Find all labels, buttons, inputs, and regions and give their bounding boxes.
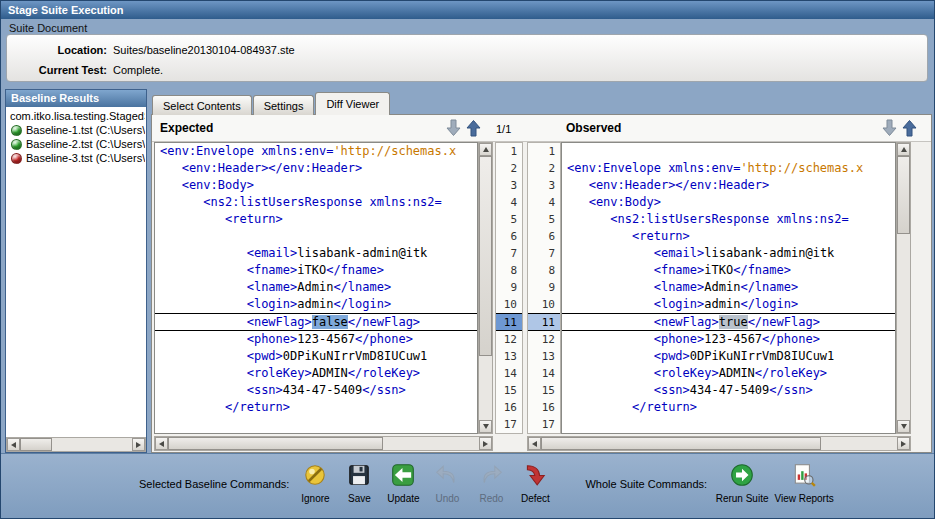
code-line: <phone>123-4567</phone> [562, 331, 895, 348]
redo-button: Redo [469, 462, 513, 504]
current-test-value: Complete. [113, 64, 163, 76]
next-diff-down-arrow-icon[interactable] [882, 119, 898, 138]
scrollbar-track[interactable] [20, 438, 132, 451]
toolbar-button-label: Rerun Suite [716, 493, 769, 504]
tab-bar: Select Contents Settings Diff Viewer [152, 92, 391, 115]
defect-button[interactable]: Defect [513, 462, 557, 504]
observed-line-number-gutter: 1234567891011121314151617 [527, 142, 561, 434]
observed-title: Observed [566, 121, 621, 135]
scroll-left-button[interactable] [155, 437, 168, 450]
scroll-up-button[interactable] [479, 143, 492, 156]
left-triangle-icon [532, 441, 537, 447]
save-button[interactable]: Save [337, 462, 381, 504]
baseline-class-name: com.itko.lisa.testing.StagedS [7, 109, 145, 123]
scrollbar-thumb[interactable] [541, 437, 821, 450]
line-number: 3 [496, 177, 522, 194]
right-triangle-icon [483, 441, 488, 447]
expected-vertical-scrollbar[interactable] [478, 142, 493, 434]
line-number: 4 [496, 194, 522, 211]
scroll-down-button[interactable] [897, 420, 910, 433]
line-number: 11 [496, 313, 522, 330]
baseline-horizontal-scrollbar[interactable] [6, 437, 146, 452]
tab-diff-viewer[interactable]: Diff Viewer [315, 92, 390, 115]
baseline-item-label: Baseline-2.tst (C:\Users\ [26, 137, 145, 151]
right-triangle-icon [136, 442, 141, 448]
update-button[interactable]: Update [381, 462, 425, 504]
view-reports-button[interactable]: View Reports [773, 462, 835, 504]
code-line: <lname>Admin</lname> [562, 279, 895, 296]
line-number: 7 [496, 245, 522, 262]
redo-icon [478, 462, 504, 488]
code-line: <env:Header></env:Header> [155, 160, 477, 177]
scrollbar-thumb[interactable] [168, 437, 383, 450]
scrollbar-track[interactable] [897, 156, 910, 420]
scroll-right-button[interactable] [897, 437, 910, 450]
baseline-item[interactable]: Baseline-1.tst (C:\Users\ [7, 123, 145, 137]
line-number: 13 [528, 348, 560, 365]
line-number: 4 [528, 194, 560, 211]
suite-document-panel: Location: Suites/baseline20130104-084937… [6, 34, 928, 82]
line-number: 6 [496, 228, 522, 245]
window-title-bar[interactable]: Stage Suite Execution [1, 1, 934, 19]
suite-document-label: Suite Document [9, 22, 87, 34]
ignore-button[interactable]: Ignore [293, 462, 337, 504]
scroll-left-button[interactable] [528, 437, 541, 450]
line-number: 17 [528, 416, 560, 433]
scroll-up-button[interactable] [897, 143, 910, 156]
left-triangle-icon [159, 441, 164, 447]
line-number: 10 [528, 296, 560, 313]
left-triangle-icon [11, 442, 16, 448]
line-number: 14 [528, 365, 560, 382]
scrollbar-thumb[interactable] [897, 156, 910, 234]
code-line: <ssn>434-47-5409</ssn> [562, 382, 895, 399]
current-test-label: Current Test: [7, 64, 107, 76]
diff-header: Expected 1/1 Observed [152, 115, 931, 142]
line-number: 13 [496, 348, 522, 365]
scroll-right-button[interactable] [479, 437, 492, 450]
tab-settings[interactable]: Settings [253, 95, 315, 115]
tab-select-contents[interactable]: Select Contents [152, 95, 252, 115]
code-line: <env:Body> [562, 194, 895, 211]
code-line: <fname>iTKO</fname> [562, 262, 895, 279]
line-number: 16 [496, 399, 522, 416]
undo-icon [434, 462, 460, 488]
stage-suite-execution-window: Stage Suite Execution Suite Document Loc… [0, 0, 935, 519]
scroll-right-button[interactable] [132, 438, 145, 451]
observed-horizontal-scrollbar[interactable] [527, 436, 911, 451]
prev-diff-up-arrow-icon[interactable] [466, 119, 482, 138]
code-line: <ssn>434-47-5409</ssn> [155, 382, 477, 399]
toolbar-button-label: Save [348, 493, 371, 504]
code-line: </return> [155, 399, 477, 416]
line-number: 14 [496, 365, 522, 382]
toolbar-button-label: Undo [435, 493, 459, 504]
pass-status-icon [11, 125, 22, 136]
code-line: <ns2:listUsersResponse xmlns:ns2= [155, 194, 477, 211]
expected-code-pane[interactable]: <env:Envelope xmlns:env='http://schemas.… [154, 142, 478, 434]
scroll-left-button[interactable] [7, 438, 20, 451]
scrollbar-thumb[interactable] [479, 156, 492, 356]
baseline-item[interactable]: Baseline-3.tst (C:\Users\ [7, 151, 145, 165]
observed-vertical-scrollbar[interactable] [896, 142, 911, 434]
prev-diff-up-arrow-icon[interactable] [902, 119, 918, 138]
scrollbar-track[interactable] [479, 156, 492, 420]
code-line: <env:Body> [155, 177, 477, 194]
line-number: 16 [528, 399, 560, 416]
expected-horizontal-scrollbar[interactable] [154, 436, 493, 451]
scrollbar-thumb[interactable] [20, 438, 52, 451]
line-number: 2 [528, 160, 560, 177]
baseline-item[interactable]: Baseline-2.tst (C:\Users\ [7, 137, 145, 151]
code-line: <email>lisabank-admin@itk [155, 245, 477, 262]
observed-code-pane[interactable]: <env:Envelope xmlns:env='http://schemas.… [561, 142, 896, 434]
scrollbar-track[interactable] [541, 437, 897, 450]
scrollbar-track[interactable] [168, 437, 479, 450]
code-line: <login>admin</login> [155, 296, 477, 313]
scroll-down-button[interactable] [479, 420, 492, 433]
line-number: 12 [496, 331, 522, 348]
undo-button: Undo [425, 462, 469, 504]
line-number: 5 [496, 211, 522, 228]
baseline-results-panel: Baseline Results com.itko.lisa.testing.S… [5, 89, 147, 453]
line-number: 15 [528, 382, 560, 399]
next-diff-down-arrow-icon[interactable] [446, 119, 462, 138]
rerun-suite-button[interactable]: Rerun Suite [711, 462, 773, 504]
right-triangle-icon [901, 441, 906, 447]
